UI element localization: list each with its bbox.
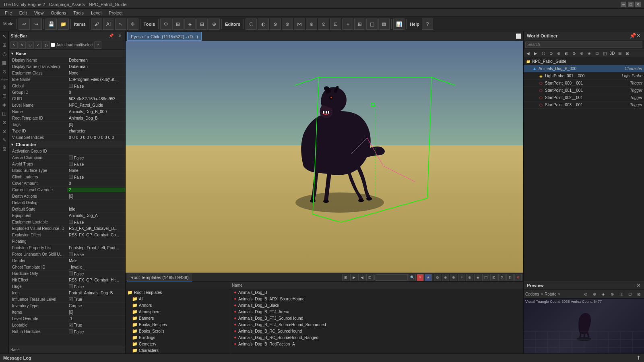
prop-hit-effect-val[interactable]: RS3_FX_GP_Combat_Hit... [67, 278, 125, 282]
wo-tb-11[interactable]: ◫ [601, 50, 608, 57]
rt-close[interactable]: ✕ [514, 274, 522, 281]
section-base[interactable]: ▼ Base [9, 50, 125, 57]
prop-level-name-val[interactable]: NPC_Patrol_Guide [67, 103, 125, 108]
rt-item-0[interactable]: ✦ Animals_Dog_B [230, 289, 523, 296]
prop-guid-val[interactable]: 503a3e82-169a-486e-953... [67, 97, 125, 101]
tb-move[interactable]: ✥ [127, 19, 138, 30]
prop-force-cb[interactable] [69, 252, 73, 256]
menu-edit[interactable]: Edit [16, 9, 30, 17]
wo-tb-3[interactable]: ⬡ [540, 50, 547, 57]
preview-tb-3[interactable]: ◈ [600, 291, 607, 298]
wo-tb-6[interactable]: ◐ [563, 50, 570, 57]
prop-tags-val[interactable]: [0] [67, 122, 125, 127]
prop-arena-champion-cb[interactable] [69, 155, 73, 159]
menu-view[interactable]: View [31, 9, 47, 17]
sidebar-pin-btn[interactable]: 📌 [107, 32, 115, 39]
preview-tb-4[interactable]: ⊛ [609, 291, 616, 298]
tb-editors-3[interactable]: ⊗ [270, 19, 281, 30]
rt-item-6[interactable]: ✦ Animals_Dog_B_RC_SourceHound [230, 328, 523, 334]
sidebar-close-btn[interactable]: ✕ [116, 32, 124, 39]
prop-group-id-val[interactable]: 0 [67, 90, 125, 95]
rt-item-2[interactable]: ✦ Animals_Dog_B_Black [230, 302, 523, 308]
rt-tb-12[interactable]: ⊠ [490, 274, 497, 281]
preview-tb-5[interactable]: ◫ [617, 291, 625, 298]
wo-tb-13[interactable]: ⊞ [616, 50, 623, 57]
tb-editors-5[interactable]: ⋈ [294, 19, 305, 30]
auto-load-checkbox[interactable] [51, 43, 55, 47]
tb-redo[interactable]: ↪ [31, 19, 42, 30]
sidebar-tb-4[interactable]: ✓ [35, 41, 42, 49]
section-character[interactable]: ▼ Character [9, 141, 125, 148]
left-icon-box[interactable]: ⊡ [0, 92, 8, 100]
tb-editors-6[interactable]: ⊕ [306, 19, 317, 30]
left-icon-x[interactable]: ⊗ [0, 127, 8, 135]
rt-item-4[interactable]: ✦ Animals_Dog_B_FTJ_SourceHound [230, 315, 523, 321]
rt-item-8[interactable]: ✦ Animals_Dog_B_RedFaction_A [230, 341, 523, 347]
rt-folder-books-scrolls[interactable]: 📁 Books_Scrolls [126, 328, 230, 334]
tb-open[interactable]: 📁 [58, 19, 69, 30]
prop-global-checkbox[interactable] [69, 84, 73, 88]
rt-tb-2[interactable]: ▶ [350, 274, 357, 281]
rt-tb-11[interactable]: ◫ [482, 274, 489, 281]
sidebar-tb-5[interactable]: ▷ [43, 41, 50, 49]
wo-close-btn[interactable]: ✕ [636, 33, 641, 39]
rt-clear-btn[interactable]: ✕ [417, 274, 424, 281]
menu-options[interactable]: Options [47, 9, 69, 17]
left-icon-diamond[interactable]: ◈ [0, 101, 8, 109]
prop-cover-amount-val[interactable]: 0 [67, 181, 125, 186]
wo-tb-2[interactable]: ▶ [532, 50, 539, 57]
wo-tb-8[interactable]: ⊛ [578, 50, 585, 57]
prop-name-val[interactable]: Animals_Dog_B_000 [67, 110, 125, 114]
wo-tb-9[interactable]: ◈ [586, 50, 593, 57]
wo-tb-7[interactable]: ⊗ [570, 50, 578, 57]
wo-tb-5[interactable]: ⊕ [555, 50, 562, 57]
rt-search-input[interactable] [376, 274, 408, 281]
prop-level-override-val[interactable]: -1 [67, 316, 125, 321]
prop-force-unsheath-val[interactable]: False [67, 252, 125, 257]
prop-hardcore-cb[interactable] [69, 271, 73, 275]
rt-tb-4[interactable]: ⊡ [366, 274, 374, 281]
preview-close-btn[interactable]: ✕ [636, 282, 641, 288]
rt-folder-armors[interactable]: 📁 Armors [126, 302, 230, 308]
left-icon-circle[interactable]: ◎ [0, 50, 8, 58]
left-icon-star[interactable]: ⊛ [0, 118, 8, 126]
tb-editors-8[interactable]: ⊡ [330, 19, 341, 30]
prop-default-state-val[interactable]: Idle [67, 207, 125, 211]
prop-arena-champion-val[interactable]: False [67, 155, 125, 160]
prop-climb-ladders-val[interactable]: False [67, 175, 125, 180]
prop-inventory-type-val[interactable]: Corpse [67, 304, 125, 308]
wo-tb-14[interactable]: ⊠ [624, 50, 631, 57]
tb-tools-1[interactable]: ⚙ [160, 19, 171, 30]
oi-start-003[interactable]: ⬡ StartPoint_003__001 Trigger [524, 101, 644, 109]
tb-cursor[interactable]: ↖ [115, 19, 126, 30]
rt-tb-6[interactable]: ⊗ [442, 274, 449, 281]
rt-tb-1[interactable]: ⊞ [342, 274, 349, 281]
prop-explosion-effect-val[interactable]: RS3_FX_GP_Combat_Co... [67, 233, 125, 237]
oi-start-001[interactable]: ⬡ StartPoint_001__001 Trigger [524, 87, 644, 94]
left-icon-cross[interactable]: ⊠ [0, 145, 8, 153]
rt-tb-5[interactable]: ⊙ [434, 274, 441, 281]
tb-editors-9[interactable]: ≡ [342, 19, 353, 30]
tb-help-icon[interactable]: ? [422, 19, 433, 30]
oi-npc-patrol[interactable]: 📁 NPC_Patrol_Guide [524, 58, 644, 65]
prop-lootable-val[interactable]: True [67, 323, 125, 327]
sidebar-tb-1[interactable]: ↖ [10, 41, 18, 49]
rt-item-1[interactable]: ✦ Animals_Dog_B_ARX_SourceHound [230, 296, 523, 302]
oi-animals-dog[interactable]: ♟ Animals_Dog_B_000 Character [524, 65, 644, 72]
rt-tb-7[interactable]: ⊕ [450, 274, 457, 281]
prop-influence-treasure-val[interactable]: True [67, 297, 125, 302]
rt-fav-btn[interactable]: ★ [425, 274, 432, 281]
preview-tb-7[interactable]: ⊠ [635, 291, 642, 298]
sidebar-tb-2[interactable]: ✎ [19, 41, 26, 49]
prop-huge-cb[interactable] [69, 284, 73, 288]
menu-project[interactable]: Project [105, 9, 126, 17]
prop-exploded-visual-val[interactable]: RS3_FX_SK_Cadaver_B... [67, 226, 125, 231]
rt-expand[interactable]: ⬆ [506, 274, 514, 281]
prop-equipment-val[interactable]: Animals_Dog_A [67, 213, 125, 218]
left-icon-target[interactable]: ⊙ [0, 68, 8, 76]
wo-tb-1[interactable]: ◀ [524, 50, 532, 57]
wo-search-input[interactable] [525, 41, 642, 48]
rt-folder-root[interactable]: 📁 Root Templates [126, 289, 230, 296]
tb-paint[interactable]: 🖌 [91, 19, 102, 30]
menu-file[interactable]: File [2, 9, 15, 17]
